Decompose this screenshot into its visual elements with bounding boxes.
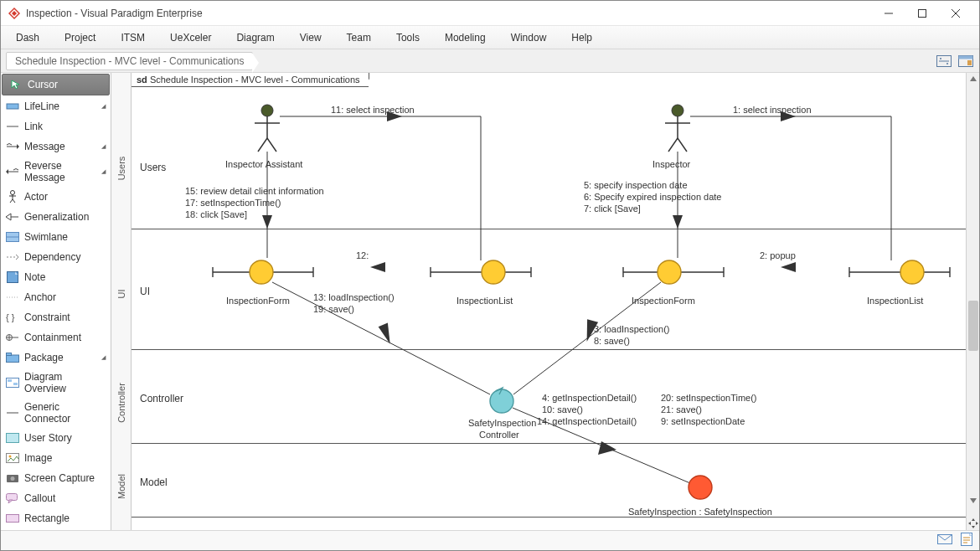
svg-marker-100 [970, 498, 977, 503]
svg-rect-12 [959, 55, 973, 59]
minimize-button[interactable] [872, 3, 905, 24]
svg-marker-89 [370, 262, 385, 272]
lane-divider [132, 349, 966, 350]
tool-label: Reverse Message [24, 160, 96, 183]
menu-uexceler[interactable]: UeXceler [165, 28, 216, 47]
close-button[interactable] [939, 3, 972, 24]
mail-icon[interactable] [937, 534, 952, 547]
note-icon[interactable] [961, 533, 972, 548]
tool-generic-connector[interactable]: Generic Connector [1, 398, 111, 428]
breadcrumb[interactable]: Schedule Inspection - MVC level - Commun… [6, 52, 253, 70]
lifeline-inspectionlist-right [849, 260, 950, 284]
tool-image[interactable]: Image [1, 448, 111, 468]
tool-actor[interactable]: Actor [1, 187, 111, 207]
layout-icon[interactable] [936, 54, 952, 69]
svg-point-83 [658, 260, 681, 284]
margin-ui: UI [116, 290, 126, 299]
tool-link[interactable]: Link [1, 116, 111, 136]
pan-icon[interactable] [968, 518, 978, 528]
svg-line-64 [678, 138, 687, 152]
svg-text:{ }: { } [6, 312, 15, 322]
scroll-up-icon[interactable] [969, 75, 977, 83]
menu-help[interactable]: Help [566, 28, 597, 47]
diagram-canvas[interactable]: sd Schedule Inspection - MVC level - Com… [132, 73, 979, 530]
msg-19: 19: save() [313, 304, 354, 314]
msg-10: 10: save() [542, 404, 583, 415]
reverse-message-icon [6, 165, 19, 178]
tool-generalization[interactable]: Generalization [1, 207, 111, 227]
menu-diagram[interactable]: Diagram [231, 28, 279, 47]
maximize-button[interactable] [905, 3, 939, 24]
tool-label: Diagram Overview [24, 371, 106, 394]
svg-line-63 [668, 138, 678, 152]
ui-form-right-label: InspectionForm [632, 296, 695, 306]
tool-containment[interactable]: Containment [1, 327, 111, 348]
app-icon [8, 7, 21, 20]
svg-marker-102 [972, 526, 975, 528]
controller-sub: Controller [479, 430, 519, 440]
tool-label: Screen Capture [24, 472, 95, 484]
tool-lifeline[interactable]: LifeLine [1, 96, 111, 116]
menu-window[interactable]: Window [506, 28, 552, 47]
svg-point-9 [940, 58, 941, 59]
msg-20: 20: setInspectionTime() [661, 393, 757, 403]
menu-dash[interactable]: Dash [11, 28, 44, 47]
tool-swimlane[interactable]: Swimlane [1, 227, 111, 247]
tool-callout[interactable]: Callout [1, 488, 111, 508]
tool-user-story[interactable]: User Story [1, 428, 111, 448]
cursor-icon [9, 78, 23, 91]
tool-palette: Cursor LifeLineLinkMessageReverse Messag… [1, 73, 111, 530]
scroll-thumb[interactable] [968, 301, 978, 351]
tool-label: Message [24, 141, 65, 152]
diagram-overview-icon [6, 376, 19, 389]
breadcrumb-bar: Schedule Inspection - MVC level - Commun… [1, 49, 979, 73]
tool-label: Package [24, 352, 64, 363]
tool-package[interactable]: Package [1, 348, 111, 368]
msg-3: 3: loadInspection() [594, 324, 670, 334]
svg-marker-104 [976, 522, 978, 525]
menu-itsm[interactable]: ITSM [116, 28, 150, 47]
tool-reverse-message[interactable]: Reverse Message [1, 157, 111, 187]
lane-ui-label: UI [140, 286, 150, 297]
tool-label: Dependency [24, 251, 80, 263]
lifeline-inspectionlist-left [431, 260, 531, 284]
controller-node [490, 388, 513, 413]
constraint-icon: { } [6, 311, 19, 324]
tool-dependency[interactable]: Dependency [1, 247, 111, 267]
tool-diagram-overview[interactable]: Diagram Overview [1, 368, 111, 398]
svg-line-24 [10, 199, 13, 203]
svg-rect-43 [13, 383, 18, 385]
tool-constraint[interactable]: { }Constraint [1, 307, 111, 327]
svg-rect-39 [7, 355, 19, 363]
vertical-scrollbar[interactable] [966, 73, 979, 530]
svg-point-21 [11, 191, 15, 195]
lifeline-inspectionform-right [623, 260, 724, 284]
tool-label: Generic Connector [24, 401, 106, 425]
svg-marker-18 [17, 144, 19, 149]
tool-note[interactable]: Note [1, 267, 111, 287]
cursor-tool[interactable]: Cursor [2, 74, 110, 95]
svg-marker-71 [673, 215, 683, 229]
svg-rect-50 [7, 494, 18, 501]
generalization-icon [6, 210, 19, 224]
menu-view[interactable]: View [295, 28, 327, 47]
tool-screen-capture[interactable]: Screen Capture [1, 468, 111, 488]
margin-controller: Controller [116, 383, 126, 423]
menu-project[interactable]: Project [59, 28, 101, 47]
tool-rectangle[interactable]: Rectangle [1, 508, 111, 528]
menu-team[interactable]: Team [342, 28, 376, 47]
svg-point-98 [689, 476, 712, 499]
scroll-down-icon[interactable] [969, 497, 977, 505]
ui-list-right-label: InspectionList [867, 296, 923, 306]
svg-point-10 [946, 63, 948, 64]
panel-icon[interactable] [957, 54, 974, 69]
lane-divider [132, 517, 966, 518]
tool-message[interactable]: Message [1, 136, 111, 157]
palette-list-2: PackageDiagram OverviewGeneric Connector… [1, 348, 111, 528]
svg-rect-13 [967, 60, 972, 65]
menu-tools[interactable]: Tools [391, 28, 425, 47]
svg-marker-20 [6, 169, 8, 174]
menu-modeling[interactable]: Modeling [440, 28, 491, 47]
tool-anchor[interactable]: Anchor [1, 287, 111, 307]
msg-11: 11: select inspection [331, 105, 415, 115]
